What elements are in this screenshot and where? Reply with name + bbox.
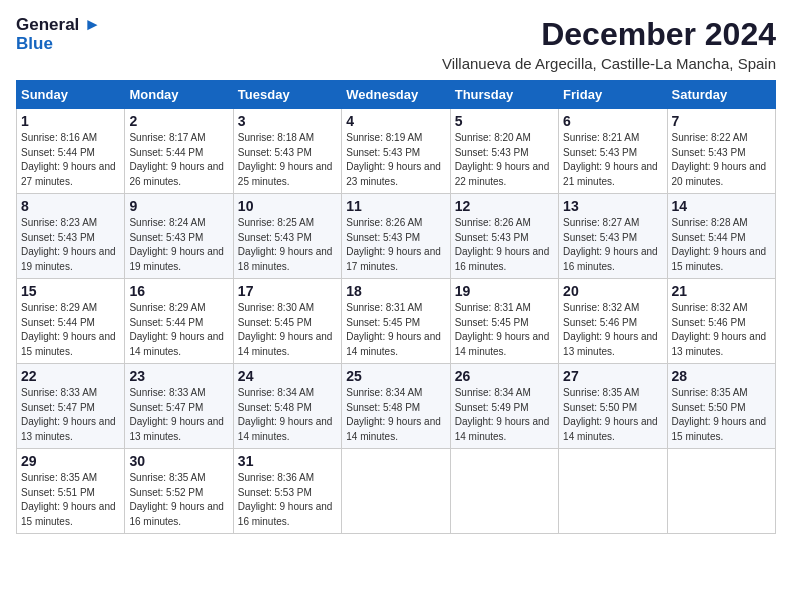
calendar-cell [450,449,558,534]
calendar-cell: 2Sunrise: 8:17 AMSunset: 5:44 PMDaylight… [125,109,233,194]
day-number: 17 [238,283,337,299]
calendar-cell: 30Sunrise: 8:35 AMSunset: 5:52 PMDayligh… [125,449,233,534]
calendar-cell: 31Sunrise: 8:36 AMSunset: 5:53 PMDayligh… [233,449,341,534]
calendar-cell: 29Sunrise: 8:35 AMSunset: 5:51 PMDayligh… [17,449,125,534]
day-info: Sunrise: 8:28 AMSunset: 5:44 PMDaylight:… [672,216,771,274]
calendar-cell: 12Sunrise: 8:26 AMSunset: 5:43 PMDayligh… [450,194,558,279]
day-info: Sunrise: 8:24 AMSunset: 5:43 PMDaylight:… [129,216,228,274]
day-header-saturday: Saturday [667,81,775,109]
calendar-cell: 8Sunrise: 8:23 AMSunset: 5:43 PMDaylight… [17,194,125,279]
logo: General ► Blue [16,16,101,53]
calendar-table: SundayMondayTuesdayWednesdayThursdayFrid… [16,80,776,534]
day-number: 6 [563,113,662,129]
day-info: Sunrise: 8:30 AMSunset: 5:45 PMDaylight:… [238,301,337,359]
day-number: 2 [129,113,228,129]
day-info: Sunrise: 8:33 AMSunset: 5:47 PMDaylight:… [21,386,120,444]
day-number: 1 [21,113,120,129]
day-info: Sunrise: 8:26 AMSunset: 5:43 PMDaylight:… [455,216,554,274]
day-info: Sunrise: 8:35 AMSunset: 5:50 PMDaylight:… [672,386,771,444]
day-number: 16 [129,283,228,299]
day-info: Sunrise: 8:35 AMSunset: 5:51 PMDaylight:… [21,471,120,529]
day-number: 20 [563,283,662,299]
day-header-wednesday: Wednesday [342,81,450,109]
day-number: 27 [563,368,662,384]
calendar-cell: 4Sunrise: 8:19 AMSunset: 5:43 PMDaylight… [342,109,450,194]
day-number: 14 [672,198,771,214]
day-info: Sunrise: 8:17 AMSunset: 5:44 PMDaylight:… [129,131,228,189]
calendar-cell [667,449,775,534]
day-info: Sunrise: 8:19 AMSunset: 5:43 PMDaylight:… [346,131,445,189]
calendar-cell: 23Sunrise: 8:33 AMSunset: 5:47 PMDayligh… [125,364,233,449]
calendar-cell: 19Sunrise: 8:31 AMSunset: 5:45 PMDayligh… [450,279,558,364]
calendar-week-4: 22Sunrise: 8:33 AMSunset: 5:47 PMDayligh… [17,364,776,449]
title-block: December 2024 Villanueva de Argecilla, C… [442,16,776,72]
calendar-week-5: 29Sunrise: 8:35 AMSunset: 5:51 PMDayligh… [17,449,776,534]
day-number: 11 [346,198,445,214]
day-info: Sunrise: 8:29 AMSunset: 5:44 PMDaylight:… [21,301,120,359]
calendar-cell: 15Sunrise: 8:29 AMSunset: 5:44 PMDayligh… [17,279,125,364]
day-number: 23 [129,368,228,384]
calendar-cell: 5Sunrise: 8:20 AMSunset: 5:43 PMDaylight… [450,109,558,194]
day-info: Sunrise: 8:25 AMSunset: 5:43 PMDaylight:… [238,216,337,274]
day-number: 8 [21,198,120,214]
calendar-cell: 14Sunrise: 8:28 AMSunset: 5:44 PMDayligh… [667,194,775,279]
calendar-cell: 10Sunrise: 8:25 AMSunset: 5:43 PMDayligh… [233,194,341,279]
main-title: December 2024 [442,16,776,53]
day-info: Sunrise: 8:33 AMSunset: 5:47 PMDaylight:… [129,386,228,444]
calendar-cell: 21Sunrise: 8:32 AMSunset: 5:46 PMDayligh… [667,279,775,364]
calendar-week-2: 8Sunrise: 8:23 AMSunset: 5:43 PMDaylight… [17,194,776,279]
day-number: 31 [238,453,337,469]
day-header-friday: Friday [559,81,667,109]
day-info: Sunrise: 8:36 AMSunset: 5:53 PMDaylight:… [238,471,337,529]
subtitle: Villanueva de Argecilla, Castille-La Man… [442,55,776,72]
calendar-cell: 16Sunrise: 8:29 AMSunset: 5:44 PMDayligh… [125,279,233,364]
calendar-cell: 28Sunrise: 8:35 AMSunset: 5:50 PMDayligh… [667,364,775,449]
page-header: General ► Blue December 2024 Villanueva … [16,16,776,72]
calendar-cell [342,449,450,534]
day-info: Sunrise: 8:18 AMSunset: 5:43 PMDaylight:… [238,131,337,189]
day-number: 18 [346,283,445,299]
day-info: Sunrise: 8:35 AMSunset: 5:52 PMDaylight:… [129,471,228,529]
day-header-thursday: Thursday [450,81,558,109]
calendar-cell: 13Sunrise: 8:27 AMSunset: 5:43 PMDayligh… [559,194,667,279]
day-info: Sunrise: 8:16 AMSunset: 5:44 PMDaylight:… [21,131,120,189]
day-number: 21 [672,283,771,299]
day-info: Sunrise: 8:34 AMSunset: 5:48 PMDaylight:… [238,386,337,444]
calendar-cell: 9Sunrise: 8:24 AMSunset: 5:43 PMDaylight… [125,194,233,279]
day-number: 4 [346,113,445,129]
day-info: Sunrise: 8:31 AMSunset: 5:45 PMDaylight:… [455,301,554,359]
day-number: 12 [455,198,554,214]
day-info: Sunrise: 8:20 AMSunset: 5:43 PMDaylight:… [455,131,554,189]
calendar-cell: 27Sunrise: 8:35 AMSunset: 5:50 PMDayligh… [559,364,667,449]
calendar-week-1: 1Sunrise: 8:16 AMSunset: 5:44 PMDaylight… [17,109,776,194]
calendar-cell: 6Sunrise: 8:21 AMSunset: 5:43 PMDaylight… [559,109,667,194]
calendar-cell: 18Sunrise: 8:31 AMSunset: 5:45 PMDayligh… [342,279,450,364]
calendar-cell: 26Sunrise: 8:34 AMSunset: 5:49 PMDayligh… [450,364,558,449]
day-info: Sunrise: 8:32 AMSunset: 5:46 PMDaylight:… [672,301,771,359]
calendar-cell: 7Sunrise: 8:22 AMSunset: 5:43 PMDaylight… [667,109,775,194]
day-info: Sunrise: 8:31 AMSunset: 5:45 PMDaylight:… [346,301,445,359]
day-info: Sunrise: 8:23 AMSunset: 5:43 PMDaylight:… [21,216,120,274]
calendar-cell: 20Sunrise: 8:32 AMSunset: 5:46 PMDayligh… [559,279,667,364]
day-number: 30 [129,453,228,469]
day-number: 24 [238,368,337,384]
day-header-sunday: Sunday [17,81,125,109]
day-info: Sunrise: 8:29 AMSunset: 5:44 PMDaylight:… [129,301,228,359]
day-number: 26 [455,368,554,384]
day-number: 22 [21,368,120,384]
calendar-cell: 25Sunrise: 8:34 AMSunset: 5:48 PMDayligh… [342,364,450,449]
day-header-monday: Monday [125,81,233,109]
day-info: Sunrise: 8:27 AMSunset: 5:43 PMDaylight:… [563,216,662,274]
day-info: Sunrise: 8:26 AMSunset: 5:43 PMDaylight:… [346,216,445,274]
day-number: 13 [563,198,662,214]
calendar-cell: 22Sunrise: 8:33 AMSunset: 5:47 PMDayligh… [17,364,125,449]
calendar-cell: 1Sunrise: 8:16 AMSunset: 5:44 PMDaylight… [17,109,125,194]
calendar-cell: 24Sunrise: 8:34 AMSunset: 5:48 PMDayligh… [233,364,341,449]
day-info: Sunrise: 8:34 AMSunset: 5:49 PMDaylight:… [455,386,554,444]
day-number: 10 [238,198,337,214]
day-info: Sunrise: 8:21 AMSunset: 5:43 PMDaylight:… [563,131,662,189]
calendar-cell: 17Sunrise: 8:30 AMSunset: 5:45 PMDayligh… [233,279,341,364]
day-header-tuesday: Tuesday [233,81,341,109]
day-number: 15 [21,283,120,299]
day-number: 7 [672,113,771,129]
